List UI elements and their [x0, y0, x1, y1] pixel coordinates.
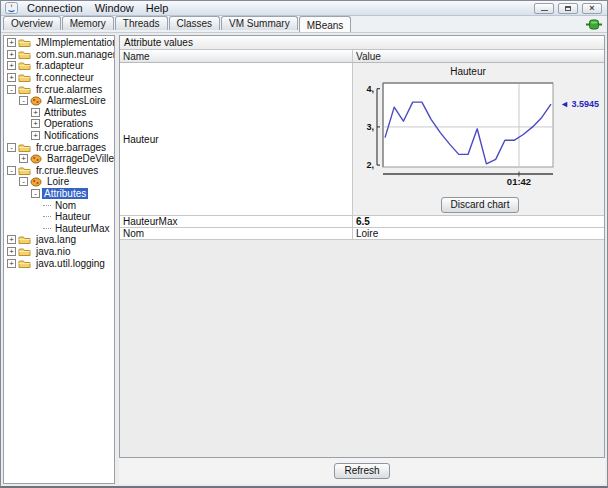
java-app-icon — [5, 2, 18, 14]
table-header: Name Value — [120, 50, 604, 63]
bean-icon — [30, 154, 42, 164]
expand-icon[interactable]: + — [7, 61, 16, 70]
svg-text:◄ 3.5945: ◄ 3.5945 — [560, 99, 599, 109]
bean-icon — [30, 177, 42, 187]
attribute-value-hauteur-chart: Hauteur 4,3,2,◄ 3.594501:42 Discard char… — [353, 63, 604, 215]
close-button[interactable]: × — [582, 3, 602, 14]
folder-icon — [18, 49, 31, 60]
tab-vm-summary[interactable]: VM Summary — [221, 16, 298, 30]
tree-node-label: fr.crue.fleuves — [34, 165, 100, 176]
tree-node-label: fr.crue.barrages — [34, 142, 108, 153]
jconsole-window: ConnectionWindowHelp × OverviewMemoryThr… — [0, 0, 608, 488]
bean-icon — [30, 96, 42, 106]
refresh-button[interactable]: Refresh — [334, 463, 389, 479]
column-header-value[interactable]: Value — [353, 50, 604, 62]
tab-memory[interactable]: Memory — [62, 16, 114, 30]
restore-button[interactable] — [558, 3, 578, 14]
hauteur-line-chart: 4,3,2,◄ 3.594501:42 — [355, 79, 607, 189]
tree-node-notifications[interactable]: +Notifications — [4, 130, 114, 142]
close-icon: × — [589, 4, 594, 13]
tree-node-alarmesloire[interactable]: -AlarmesLoire — [4, 95, 114, 107]
svg-text:2,: 2, — [366, 160, 374, 170]
discard-chart-button[interactable]: Discard chart — [441, 197, 520, 213]
attribute-value-hauteurmax[interactable]: 6.5 — [353, 216, 604, 227]
tree-node-fr-adapteur[interactable]: +fr.adapteur — [4, 60, 114, 72]
expand-icon[interactable]: + — [31, 131, 40, 140]
collapse-icon[interactable]: - — [19, 96, 28, 105]
tree-node-hauteur[interactable]: Hauteur — [4, 211, 114, 223]
expand-icon[interactable]: + — [31, 108, 40, 117]
attribute-value-nom[interactable]: Loire — [353, 228, 604, 239]
tree-node-jmimplementation[interactable]: +JMImplementation — [4, 37, 114, 49]
tree-node-java-nio[interactable]: +java.nio — [4, 246, 114, 258]
collapse-icon[interactable]: - — [31, 189, 40, 198]
tree-node-label: AlarmesLoire — [45, 95, 108, 106]
expand-icon[interactable]: + — [7, 38, 16, 47]
tree-node-label: BarrageDeVillerest — [45, 153, 115, 164]
tree-node-java-lang[interactable]: +java.lang — [4, 234, 114, 246]
minimize-button[interactable] — [534, 3, 554, 14]
collapse-icon[interactable]: - — [7, 143, 16, 152]
table-row: HauteurMax 6.5 — [120, 216, 604, 228]
attribute-values-header: Attribute values — [120, 36, 604, 50]
main-content: +JMImplementation+com.sun.management+fr.… — [1, 33, 607, 486]
menu-connection[interactable]: Connection — [22, 1, 88, 15]
attribute-name-hauteurmax[interactable]: HauteurMax — [120, 216, 353, 227]
expand-icon[interactable]: + — [7, 235, 16, 244]
expand-icon[interactable]: + — [7, 259, 16, 268]
restore-icon — [565, 6, 571, 11]
tree-node-label: Hauteur — [53, 211, 93, 222]
folder-icon — [18, 37, 31, 48]
folder-icon — [18, 258, 31, 269]
tab-threads[interactable]: Threads — [115, 16, 168, 30]
tree-node-fr-crue-barrages[interactable]: -fr.crue.barrages — [4, 141, 114, 153]
collapse-icon[interactable]: - — [7, 85, 16, 94]
tab-classes[interactable]: Classes — [169, 16, 221, 30]
titlebar: ConnectionWindowHelp × — [1, 1, 607, 16]
attribute-name-nom[interactable]: Nom — [120, 228, 353, 239]
tree-node-com-sun-management[interactable]: +com.sun.management — [4, 49, 114, 61]
mbean-tree: +JMImplementation+com.sun.management+fr.… — [3, 35, 115, 484]
collapse-icon[interactable]: - — [19, 177, 28, 186]
attribute-name-hauteur[interactable]: Hauteur — [120, 63, 353, 215]
expand-icon[interactable]: + — [7, 50, 16, 59]
svg-text:01:42: 01:42 — [507, 176, 531, 187]
tab-mbeans[interactable]: MBeans — [299, 16, 352, 32]
attribute-values-panel: Attribute values Name Value Hauteur Haut… — [119, 35, 605, 458]
tree-node-fr-crue-fleuves[interactable]: -fr.crue.fleuves — [4, 165, 114, 177]
tree-node-hauteurmax[interactable]: HauteurMax — [4, 223, 114, 235]
tree-node-barragedevillerest[interactable]: +BarrageDeVillerest — [4, 153, 114, 165]
tree-node-label: fr.crue.alarmes — [34, 84, 104, 95]
tree-node-java-util-logging[interactable]: +java.util.logging — [4, 257, 114, 269]
menu-help[interactable]: Help — [141, 1, 174, 15]
tree-node-label: JMImplementation — [34, 37, 115, 48]
tree-node-nom[interactable]: Nom — [4, 199, 114, 211]
column-header-name[interactable]: Name — [120, 50, 353, 62]
tree-node-label: Attributes — [42, 188, 88, 199]
minimize-icon — [541, 10, 548, 11]
folder-icon — [18, 246, 31, 257]
folder-icon — [18, 60, 31, 71]
menu-window[interactable]: Window — [90, 1, 139, 15]
tree-node-operations[interactable]: +Operations — [4, 118, 114, 130]
tab-bar: OverviewMemoryThreadsClassesVM SummaryMB… — [1, 16, 607, 33]
chart-title: Hauteur — [383, 66, 553, 79]
tree-node-attributes[interactable]: +Attributes — [4, 107, 114, 119]
tree-connector — [43, 228, 51, 229]
tree-node-label: Operations — [42, 118, 95, 129]
expand-icon[interactable]: + — [7, 247, 16, 256]
tree-node-loire[interactable]: -Loire — [4, 176, 114, 188]
collapse-icon[interactable]: - — [7, 166, 16, 175]
tree-node-attributes[interactable]: -Attributes — [4, 188, 114, 200]
tree-node-fr-connecteur[interactable]: +fr.connecteur — [4, 72, 114, 84]
expand-icon[interactable]: + — [31, 119, 40, 128]
tree-node-label: java.nio — [34, 246, 72, 257]
tree-node-label: Notifications — [42, 130, 100, 141]
tree-node-label: java.util.logging — [34, 258, 107, 269]
expand-icon[interactable]: + — [19, 154, 28, 163]
tree-node-label: Loire — [45, 176, 71, 187]
tab-overview[interactable]: Overview — [3, 16, 61, 30]
expand-icon[interactable]: + — [7, 73, 16, 82]
window-controls: × — [534, 3, 602, 14]
tree-node-fr-crue-alarmes[interactable]: -fr.crue.alarmes — [4, 83, 114, 95]
